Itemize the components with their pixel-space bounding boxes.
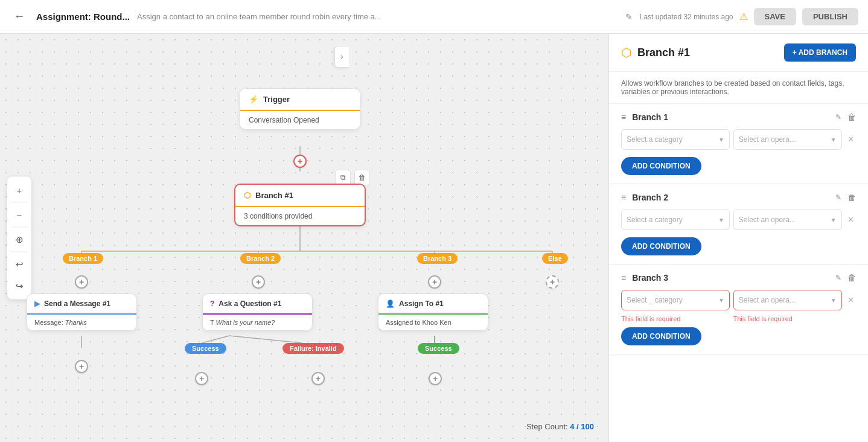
branch-label-1: Branch 1 xyxy=(63,253,103,264)
branch-3-category-arrow: ▼ xyxy=(718,297,724,304)
fit-view-button[interactable]: ⊕ xyxy=(7,229,31,251)
branch-1-edit-icon[interactable]: ✎ xyxy=(835,113,841,121)
step-ask-question-label: Ask a Question #1 xyxy=(219,299,281,308)
step-send-message-label: Send a Message #1 xyxy=(44,299,110,308)
branch-2-edit-icon[interactable]: ✎ xyxy=(835,193,841,202)
success-badge-1: Success xyxy=(185,343,226,354)
branch-node[interactable]: ⬡ Branch #1 3 conditions provided xyxy=(234,184,366,226)
save-button[interactable]: SAVE xyxy=(754,8,796,25)
branch-1-name: Branch 1 xyxy=(632,112,829,122)
send-message-icon: ▶ xyxy=(34,299,40,308)
branch-1-reorder-icon[interactable]: ≡ xyxy=(621,112,626,122)
panel-description: Allows workflow branches to be created b… xyxy=(609,72,868,104)
branch-3-header: ≡ Branch 3 ✎ 🗑 xyxy=(621,273,856,283)
add-to-branch2-button[interactable]: + xyxy=(252,275,265,289)
back-button[interactable]: ← xyxy=(10,7,29,27)
add-to-branch1-button[interactable]: + xyxy=(75,275,88,289)
branch-3-condition-remove[interactable]: × xyxy=(846,295,856,306)
branch-2-category-arrow: ▼ xyxy=(718,217,724,223)
step-ask-question-header: ? Ask a Question #1 xyxy=(203,294,312,315)
branch-1-condition-remove[interactable]: × xyxy=(846,134,856,145)
branch-1-add-condition-button[interactable]: ADD CONDITION xyxy=(621,157,701,175)
warning-icon: ⚠ xyxy=(739,11,748,22)
branch-3-delete-icon[interactable]: 🗑 xyxy=(847,273,856,283)
undo-button[interactable]: ↩ xyxy=(7,254,31,275)
branch-3-operator-arrow: ▼ xyxy=(831,297,837,304)
branch-1-header: ≡ Branch 1 ✎ 🗑 xyxy=(621,112,856,122)
branch-2-section: ≡ Branch 2 ✎ 🗑 Select a category ▼ Selec… xyxy=(609,184,868,264)
branch-2-category-select[interactable]: Select a category ▼ xyxy=(621,210,730,230)
add-step-button-1[interactable]: + xyxy=(293,155,307,168)
branch-3-category-error: This field is required xyxy=(621,315,730,322)
branch-2-reorder-icon[interactable]: ≡ xyxy=(621,193,626,202)
redo-button[interactable]: ↪ xyxy=(7,275,31,297)
panel-title: Branch #1 xyxy=(637,46,778,59)
branch-3-reorder-icon[interactable]: ≡ xyxy=(621,273,626,283)
panel-header-icon: ⬡ xyxy=(621,45,631,60)
branch-2-operator-arrow: ▼ xyxy=(831,217,837,223)
add-to-branch3-button[interactable]: + xyxy=(428,275,441,289)
branch-3-add-condition-button[interactable]: ADD CONDITION xyxy=(621,327,701,345)
branch-node-header: ⬡ Branch #1 xyxy=(235,185,365,207)
branch-2-condition-remove[interactable]: × xyxy=(846,214,856,225)
step-send-message-header: ▶ Send a Message #1 xyxy=(27,294,136,315)
branch-3-edit-icon[interactable]: ✎ xyxy=(835,274,841,282)
branch-node-label: Branch #1 xyxy=(255,191,293,200)
toolbar-divider-3 xyxy=(11,252,28,252)
step-assign-to-body: Assigned to Khoo Ken xyxy=(378,315,488,330)
panel-header: ⬡ Branch #1 + ADD BRANCH xyxy=(609,34,868,72)
add-below-message-button[interactable]: + xyxy=(75,360,88,373)
zoom-out-button[interactable]: − xyxy=(7,204,31,226)
collapse-panel-button[interactable]: › xyxy=(334,46,349,68)
branch-1-delete-icon[interactable]: 🗑 xyxy=(847,112,856,122)
trigger-node[interactable]: ⚡ Trigger Conversation Opened xyxy=(240,88,360,130)
branch-2-operator-select[interactable]: Select an opera... ▼ xyxy=(733,210,842,230)
zoom-in-button[interactable]: + xyxy=(7,179,31,201)
branch-1-condition-row: Select a category ▼ Select an opera... ▼… xyxy=(621,129,856,150)
branch-2-delete-icon[interactable]: 🗑 xyxy=(847,193,856,202)
branch-node-icon: ⬡ xyxy=(244,191,251,200)
branch-3-error-row: This field is required This field is req… xyxy=(621,315,856,325)
right-panel: ⬡ Branch #1 + ADD BRANCH Allows workflow… xyxy=(608,34,868,442)
branch-3-operator-text: Select an opera... xyxy=(739,296,796,304)
branch-node-body: 3 conditions provided xyxy=(235,207,365,225)
workflow-canvas[interactable]: + − ⊕ ↩ ↪ › xyxy=(0,34,608,442)
svg-line-10 xyxy=(229,336,302,343)
branch-1-operator-select[interactable]: Select an opera... ▼ xyxy=(733,129,842,150)
step-ask-question-body: T What is your name? xyxy=(203,315,312,330)
step-count: Step Count: 4 / 100 xyxy=(526,422,594,431)
step-count-value: 4 / 100 xyxy=(570,422,594,431)
publish-button[interactable]: PUBLISH xyxy=(802,8,858,25)
add-below-success-button[interactable]: + xyxy=(195,372,208,385)
assign-to-icon: 👤 xyxy=(386,299,395,308)
page-subtitle: Assign a contact to an online team membe… xyxy=(137,12,618,21)
trigger-header: ⚡ Trigger xyxy=(240,89,360,111)
step-ask-question[interactable]: ? Ask a Question #1 T What is your name? xyxy=(202,293,313,331)
success-badge-2: Success xyxy=(418,343,459,354)
add-to-else-button[interactable]: + xyxy=(546,275,559,289)
trigger-label: Trigger xyxy=(263,95,290,104)
add-branch-button[interactable]: + ADD BRANCH xyxy=(784,43,856,62)
trigger-icon: ⚡ xyxy=(249,95,258,104)
add-below-failure-button[interactable]: + xyxy=(311,372,325,385)
branch-label-else: Else xyxy=(542,253,568,264)
ask-question-icon: ? xyxy=(210,299,214,308)
step-count-label: Step Count: xyxy=(526,422,568,431)
branch-1-category-arrow: ▼ xyxy=(718,136,724,143)
toolbar-divider-1 xyxy=(11,202,28,203)
step-send-message[interactable]: ▶ Send a Message #1 Message: Thanks xyxy=(27,293,137,331)
branch-3-name: Branch 3 xyxy=(632,273,829,283)
branch-1-category-select[interactable]: Select a category ▼ xyxy=(621,129,730,150)
branch-1-category-text: Select a category xyxy=(627,135,683,144)
branch-3-operator-error: This field is required xyxy=(733,315,857,322)
branch-3-category-select[interactable]: Select _ category ▼ xyxy=(621,290,730,310)
branch-3-operator-select[interactable]: Select an opera... ▼ xyxy=(733,290,842,310)
branch-2-add-condition-button[interactable]: ADD CONDITION xyxy=(621,237,701,255)
last-updated-text: Last updated 32 minutes ago xyxy=(640,13,733,21)
step-assign-to[interactable]: 👤 Assign To #1 Assigned to Khoo Ken xyxy=(378,293,488,331)
branch-1-section: ≡ Branch 1 ✎ 🗑 Select a category ▼ Selec… xyxy=(609,104,868,184)
branch-2-condition-row: Select a category ▼ Select an opera... ▼… xyxy=(621,210,856,230)
add-below-assign-button[interactable]: + xyxy=(429,372,442,385)
branch-3-condition-row: Select _ category ▼ Select an opera... ▼… xyxy=(621,290,856,310)
edit-title-icon[interactable]: ✎ xyxy=(625,12,633,22)
